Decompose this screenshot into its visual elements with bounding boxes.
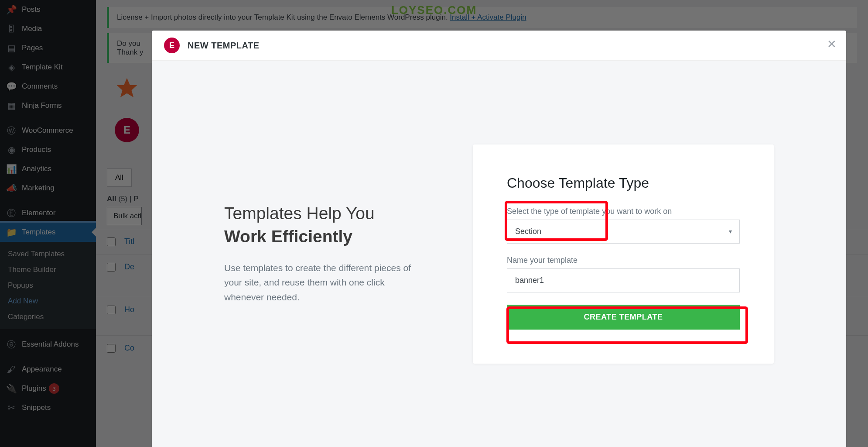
form-heading: Choose Template Type	[507, 175, 740, 191]
intro-heading-line2: Work Efficiently	[224, 226, 416, 248]
close-icon[interactable]: ✕	[827, 38, 837, 51]
intro-heading-line1: Templates Help You	[224, 203, 416, 224]
template-type-select[interactable]: Section	[507, 220, 740, 244]
create-template-button[interactable]: CREATE TEMPLATE	[507, 305, 740, 330]
new-template-modal: E NEW TEMPLATE ✕ Templates Help You Work…	[152, 31, 846, 447]
modal-body: Templates Help You Work Efficiently Use …	[152, 61, 846, 447]
modal-title: NEW TEMPLATE	[188, 41, 260, 51]
modal-intro: Templates Help You Work Efficiently Use …	[224, 203, 416, 304]
intro-desc: Use templates to create the different pi…	[224, 261, 416, 305]
template-name-input[interactable]	[507, 268, 740, 292]
name-label: Name your template	[507, 256, 740, 265]
modal-header: E NEW TEMPLATE ✕	[152, 31, 846, 61]
elementor-logo-icon: E	[164, 38, 180, 53]
template-form: Choose Template Type Select the type of …	[473, 144, 774, 364]
type-label: Select the type of template you want to …	[507, 207, 740, 216]
